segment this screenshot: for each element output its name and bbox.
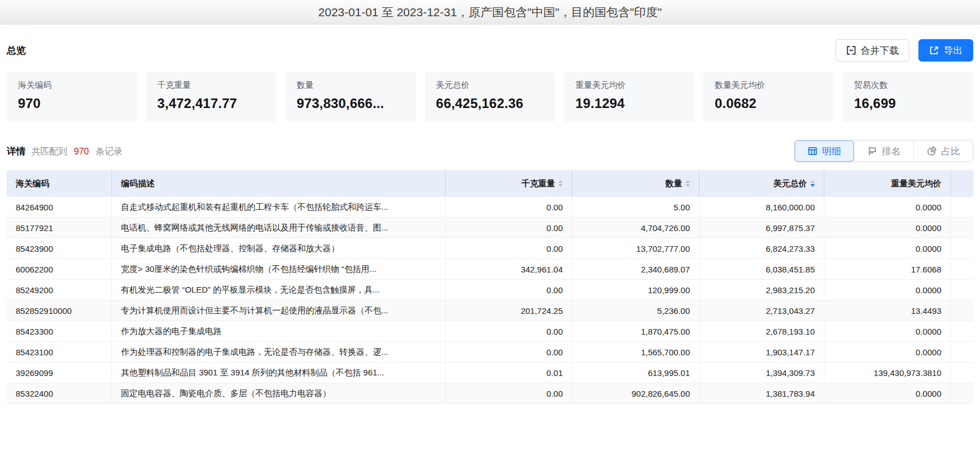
cell-weight: 0.00 xyxy=(445,342,572,363)
stat-card-value: 66,425,162.36 xyxy=(436,96,544,111)
view-mode-tabs: 明细排名占比 xyxy=(794,140,973,162)
query-summary-title: 2023-01-01 至 2023-12-31，原产国包含"中国"，目的国包含"… xyxy=(318,4,661,20)
cell-total: 6,997,875.37 xyxy=(699,218,824,238)
cell-code: 85423100 xyxy=(7,342,111,363)
merge-download-button[interactable]: 合并下载 xyxy=(836,39,909,62)
export-label: 导出 xyxy=(944,44,963,57)
stat-card: 海关编码970 xyxy=(7,72,137,122)
table-row: 39269099其他塑料制品和品目 3901 至 3914 所列的其他材料制品（… xyxy=(7,363,973,383)
table-row: 85423300作为放大器的电子集成电路0.001,870,475.002,67… xyxy=(7,321,973,342)
stat-card-label: 千克重量 xyxy=(157,80,265,91)
flag-icon xyxy=(867,146,878,156)
cell-desc: 其他塑料制品和品目 3901 至 3914 所列的其他材料制品（不包括 961.… xyxy=(111,363,445,383)
cell-desc: 专为计算机使用而设计但主要不与计算机一起使用的液晶显示器（不包... xyxy=(111,300,445,321)
column-header-label: 重量美元均价 xyxy=(891,178,941,189)
cell-code: 85177921 xyxy=(7,218,111,238)
cell-total: 1,394,309.73 xyxy=(699,363,824,383)
stat-card-value: 16,699 xyxy=(854,96,962,111)
export-button[interactable]: 导出 xyxy=(918,39,973,62)
table-row: 85423900电子集成电路（不包括处理器、控制器、存储器和放大器）0.0013… xyxy=(7,238,973,259)
tab-明细[interactable]: 明细 xyxy=(795,140,854,162)
cell-spacer xyxy=(950,238,973,259)
cell-desc: 自走式移动式起重机和装有起重机的工程卡车（不包括轮胎式和跨运车... xyxy=(111,197,445,218)
cell-avg: 17.6068 xyxy=(824,259,950,280)
cell-spacer xyxy=(950,218,973,238)
tab-label: 明细 xyxy=(822,145,841,158)
cell-spacer xyxy=(950,259,973,280)
tab-占比[interactable]: 占比 xyxy=(913,140,973,162)
cell-desc: 固定电电容器、陶瓷电介质、多层（不包括电力电容器） xyxy=(111,383,445,404)
cell-desc: 电话机、蜂窝网络或其他无线网络的电话以及用于传输或接收语音、图... xyxy=(111,218,445,238)
cell-total: 1,381,783.94 xyxy=(699,383,824,404)
cell-qty: 5,236.00 xyxy=(572,300,699,321)
overview-actions: 合并下载 导出 xyxy=(836,39,973,62)
cell-avg: 13.4493 xyxy=(824,300,950,321)
column-header[interactable]: 数量 xyxy=(572,170,699,197)
column-header: 编码描述 xyxy=(111,170,445,197)
details-title: 详情 xyxy=(7,145,26,158)
export-icon xyxy=(929,45,939,55)
cell-avg: 0.0000 xyxy=(824,197,950,218)
cell-weight: 0.01 xyxy=(445,363,572,383)
cell-total: 2,678,193.10 xyxy=(699,321,824,342)
details-table: 海关编码编码描述千克重量数量美元总价重量美元均价 84264900自走式移动式起… xyxy=(7,170,973,404)
table-row: 60062200宽度> 30厘米的染色针织或钩编棉织物（不包括经编针织物 “包括… xyxy=(7,259,973,280)
cell-code: 39269099 xyxy=(7,363,111,383)
stat-card-label: 数量 xyxy=(297,80,405,91)
column-header: 重量美元均价 xyxy=(824,170,950,197)
cell-weight: 201,724.25 xyxy=(445,300,572,321)
column-header[interactable]: 千克重量 xyxy=(445,170,572,197)
stat-card-label: 美元总价 xyxy=(436,80,544,91)
table-header-row: 海关编码编码描述千克重量数量美元总价重量美元均价 xyxy=(7,170,973,197)
merge-cells-icon xyxy=(846,45,856,55)
table-row: 852852910000专为计算机使用而设计但主要不与计算机一起使用的液晶显示器… xyxy=(7,300,973,321)
cell-weight: 0.00 xyxy=(445,321,572,342)
stat-card-value: 3,472,417.77 xyxy=(157,96,265,111)
match-suffix: 条记录 xyxy=(96,146,123,158)
table-row: 85423100作为处理器和控制器的电子集成电路，无论是否与存储器、转换器、逻.… xyxy=(7,342,973,363)
overview-stat-cards: 海关编码970千克重量3,472,417.77数量973,830,666...美… xyxy=(7,72,973,122)
stat-card-value: 0.0682 xyxy=(715,96,823,111)
table-icon xyxy=(808,146,818,156)
cell-desc: 电子集成电路（不包括处理器、控制器、存储器和放大器） xyxy=(111,238,445,259)
cell-weight: 342,961.04 xyxy=(445,259,572,280)
table-row: 85249200有机发光二极管 “OLED” 的平板显示模块，无论是否包含触摸屏… xyxy=(7,280,973,300)
cell-spacer xyxy=(950,300,973,321)
cell-spacer xyxy=(950,383,973,404)
stat-card: 贸易次数16,699 xyxy=(843,72,973,122)
cell-desc: 有机发光二极管 “OLED” 的平板显示模块，无论是否包含触摸屏，具... xyxy=(111,280,445,300)
cell-weight: 0.00 xyxy=(445,197,572,218)
cell-desc: 作为处理器和控制器的电子集成电路，无论是否与存储器、转换器、逻... xyxy=(111,342,445,363)
column-header-label: 编码描述 xyxy=(121,178,155,189)
cell-qty: 1,565,700.00 xyxy=(572,342,699,363)
sort-carets-icon xyxy=(685,180,690,187)
stat-card-value: 970 xyxy=(18,96,126,111)
merge-download-label: 合并下载 xyxy=(861,44,899,57)
cell-spacer xyxy=(950,363,973,383)
column-header[interactable]: 美元总价 xyxy=(699,170,824,197)
overview-title: 总览 xyxy=(7,44,26,57)
cell-weight: 0.00 xyxy=(445,383,572,404)
table-row: 84264900自走式移动式起重机和装有起重机的工程卡车（不包括轮胎式和跨运车.… xyxy=(7,197,973,218)
cell-avg: 0.0000 xyxy=(824,342,950,363)
table-row: 85177921电话机、蜂窝网络或其他无线网络的电话以及用于传输或接收语音、图.… xyxy=(7,218,973,238)
pie-icon xyxy=(927,146,937,156)
cell-qty: 2,340,689.07 xyxy=(572,259,699,280)
cell-total: 8,160,000.00 xyxy=(699,197,824,218)
cell-code: 852852910000 xyxy=(7,300,111,321)
stat-card: 数量美元均价0.0682 xyxy=(703,72,834,122)
cell-spacer xyxy=(950,321,973,342)
stat-card-label: 海关编码 xyxy=(18,80,126,91)
stat-card-value: 973,830,666... xyxy=(297,96,405,111)
stat-card-label: 贸易次数 xyxy=(854,80,962,91)
cell-total: 1,903,147.17 xyxy=(699,342,824,363)
cell-qty: 1,870,475.00 xyxy=(572,321,699,342)
cell-code: 85423300 xyxy=(7,321,111,342)
stat-card-value: 19.1294 xyxy=(575,96,683,111)
cell-spacer xyxy=(950,342,973,363)
stat-card-label: 重量美元均价 xyxy=(575,80,683,91)
tab-排名[interactable]: 排名 xyxy=(854,140,913,162)
column-header: 海关编码 xyxy=(7,170,111,197)
stat-card-label: 数量美元均价 xyxy=(715,80,823,91)
cell-qty: 4,704,726.00 xyxy=(572,218,699,238)
